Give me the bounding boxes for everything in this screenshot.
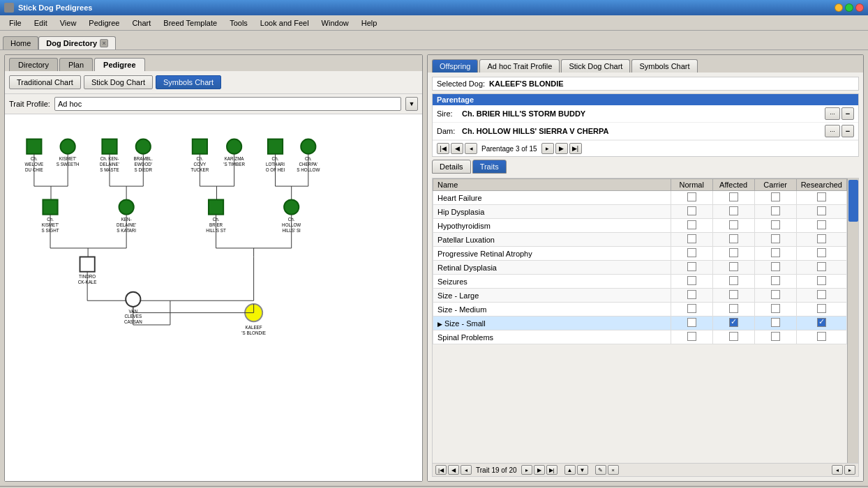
trait-carrier-cell[interactable]: [754, 233, 796, 247]
trait-profile-dropdown[interactable]: ▼: [405, 97, 418, 111]
menu-breed-template[interactable]: Breed Template: [157, 17, 223, 29]
traits-scroll-thumb[interactable]: [848, 180, 858, 222]
checkbox-researched[interactable]: [817, 234, 826, 243]
checkbox-normal[interactable]: [687, 318, 696, 327]
checkbox-normal[interactable]: [687, 192, 696, 201]
checkbox-carrier[interactable]: [771, 234, 780, 243]
checkbox-carrier[interactable]: [771, 318, 780, 327]
checkbox-affected[interactable]: [729, 262, 738, 271]
trait-carrier-cell[interactable]: [754, 317, 796, 330]
trait-affected-cell[interactable]: [712, 191, 754, 205]
trait-profile-input[interactable]: [54, 97, 401, 111]
checkbox-carrier[interactable]: [771, 192, 780, 201]
checkbox-carrier[interactable]: [771, 290, 780, 299]
trait-normal-cell[interactable]: [671, 205, 712, 219]
trait-researched-cell[interactable]: [796, 233, 846, 247]
trait-carrier-cell[interactable]: [754, 289, 796, 303]
trait-researched-cell[interactable]: [796, 317, 846, 330]
trait-affected-cell[interactable]: [712, 247, 754, 261]
trait-researched-cell[interactable]: [796, 261, 846, 275]
checkbox-carrier[interactable]: [771, 304, 780, 313]
trait-researched-cell[interactable]: [796, 219, 846, 233]
checkbox-researched[interactable]: [817, 332, 826, 341]
tab-stick-dog[interactable]: Stick Dog Chart: [561, 59, 630, 73]
chart-btn-stick-dog[interactable]: Stick Dog Chart: [84, 75, 153, 89]
trait-researched-cell[interactable]: [796, 275, 846, 289]
checkbox-normal[interactable]: [687, 304, 696, 313]
menu-help[interactable]: Help: [355, 17, 384, 29]
chart-btn-traditional[interactable]: Traditional Chart: [9, 75, 81, 89]
trait-affected-cell[interactable]: [712, 317, 754, 330]
checkbox-carrier[interactable]: [771, 332, 780, 341]
nav-next2-button[interactable]: ▶: [555, 143, 568, 154]
traits-nav-up[interactable]: ▲: [564, 465, 576, 475]
menu-window[interactable]: Window: [315, 17, 355, 29]
checkbox-carrier[interactable]: [771, 206, 780, 215]
minimize-button[interactable]: [835, 3, 843, 12]
traits-nav-edit[interactable]: ✎: [595, 465, 606, 475]
traits-nav-prev2[interactable]: ◀: [448, 465, 459, 475]
tab-dog-directory[interactable]: Dog Directory ×: [38, 36, 116, 49]
checkbox-normal[interactable]: [687, 220, 696, 229]
sire-menu-button[interactable]: ···: [825, 107, 840, 120]
tab-close-icon[interactable]: ×: [100, 39, 108, 47]
checkbox-affected[interactable]: [729, 304, 738, 313]
nav-next-button[interactable]: ▸: [541, 143, 554, 154]
traits-nav-next2[interactable]: ▶: [534, 465, 545, 475]
trait-affected-cell[interactable]: [712, 219, 754, 233]
nav-prev-button[interactable]: ◀: [451, 143, 463, 154]
tab-details[interactable]: Details: [432, 160, 471, 174]
checkbox-carrier[interactable]: [771, 276, 780, 285]
checkbox-researched[interactable]: [817, 192, 826, 201]
trait-normal-cell[interactable]: [671, 317, 712, 330]
tab-traits[interactable]: Traits: [472, 160, 507, 174]
checkbox-researched[interactable]: [817, 248, 826, 257]
traits-nav-next[interactable]: ▸: [521, 465, 532, 475]
checkbox-carrier[interactable]: [771, 262, 780, 271]
traits-nav-scroll-left[interactable]: ◂: [832, 465, 843, 475]
dam-remove-button[interactable]: −: [841, 125, 854, 137]
trait-normal-cell[interactable]: [671, 219, 712, 233]
sire-remove-button[interactable]: −: [841, 107, 854, 120]
menu-view[interactable]: View: [54, 17, 83, 29]
expand-icon[interactable]: ▶: [437, 321, 442, 328]
trait-affected-cell[interactable]: [712, 261, 754, 275]
trait-carrier-cell[interactable]: [754, 219, 796, 233]
subtab-directory[interactable]: Directory: [9, 58, 58, 71]
checkbox-affected[interactable]: [729, 220, 738, 229]
menu-pedigree[interactable]: Pedigree: [82, 17, 126, 29]
tab-offspring[interactable]: Offspring: [432, 59, 478, 73]
trait-researched-cell[interactable]: [796, 247, 846, 261]
checkbox-affected[interactable]: [729, 234, 738, 243]
checkbox-normal[interactable]: [687, 234, 696, 243]
trait-researched-cell[interactable]: [796, 330, 846, 344]
trait-normal-cell[interactable]: [671, 233, 712, 247]
trait-researched-cell[interactable]: [796, 303, 846, 317]
traits-nav-delete[interactable]: ×: [608, 465, 619, 475]
checkbox-affected[interactable]: [729, 248, 738, 257]
checkbox-normal[interactable]: [687, 248, 696, 257]
checkbox-researched[interactable]: [817, 262, 826, 271]
nav-last-button[interactable]: ▶|: [569, 143, 582, 154]
trait-carrier-cell[interactable]: [754, 303, 796, 317]
tab-symbols[interactable]: Symbols Chart: [631, 59, 697, 73]
traits-nav-down[interactable]: ▼: [577, 465, 588, 475]
checkbox-carrier[interactable]: [771, 248, 780, 257]
trait-carrier-cell[interactable]: [754, 205, 796, 219]
traits-nav-scroll-right[interactable]: ▸: [844, 465, 855, 475]
tab-adhoc-trait[interactable]: Ad hoc Trait Profile: [479, 59, 560, 73]
checkbox-affected[interactable]: [729, 206, 738, 215]
trait-affected-cell[interactable]: [712, 275, 754, 289]
checkbox-researched[interactable]: [817, 276, 826, 285]
trait-affected-cell[interactable]: [712, 330, 754, 344]
checkbox-affected[interactable]: [729, 318, 738, 327]
close-button[interactable]: [855, 3, 864, 12]
trait-carrier-cell[interactable]: [754, 261, 796, 275]
trait-researched-cell[interactable]: [796, 205, 846, 219]
checkbox-affected[interactable]: [729, 192, 738, 201]
menu-tools[interactable]: Tools: [223, 17, 254, 29]
checkbox-affected[interactable]: [729, 290, 738, 299]
trait-affected-cell[interactable]: [712, 233, 754, 247]
checkbox-researched[interactable]: [817, 318, 826, 327]
trait-normal-cell[interactable]: [671, 303, 712, 317]
